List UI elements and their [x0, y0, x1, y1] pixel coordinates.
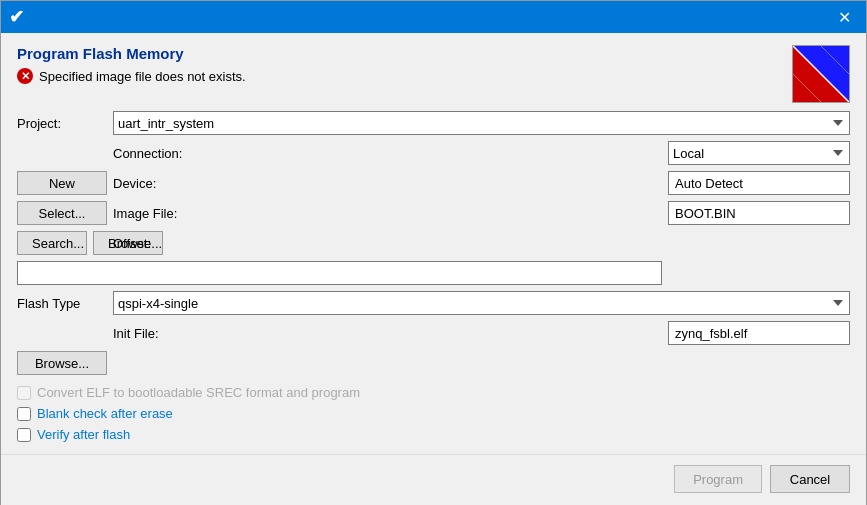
project-label: Project:: [17, 116, 107, 131]
convert-elf-checkbox[interactable]: [17, 386, 31, 400]
browse-init-button[interactable]: Browse...: [17, 351, 107, 375]
checkbox-area: Convert ELF to bootloadable SREC format …: [17, 385, 850, 442]
title-bar-left: ✔: [9, 6, 24, 28]
image-file-label: Image File:: [113, 206, 662, 221]
verify-row: Verify after flash: [17, 427, 850, 442]
error-text: Specified image file does not exists.: [39, 69, 246, 84]
connection-select[interactable]: Local: [668, 141, 850, 165]
title-bar: ✔ ✕: [1, 1, 866, 33]
logo-svg: [793, 46, 849, 102]
cancel-button[interactable]: Cancel: [770, 465, 850, 493]
offset-label: Offset:: [113, 236, 662, 251]
device-input[interactable]: [668, 171, 850, 195]
blank-check-link[interactable]: Blank check after erase: [37, 406, 173, 421]
title-and-error: Program Flash Memory ✕ Specified image f…: [17, 45, 784, 94]
convert-elf-row: Convert ELF to bootloadable SREC format …: [17, 385, 850, 400]
offset-input[interactable]: [17, 261, 662, 285]
blank-check-checkbox[interactable]: [17, 407, 31, 421]
flash-type-label: Flash Type: [17, 296, 107, 311]
blank-check-label: Blank check after erase: [37, 406, 173, 421]
dialog-content: Program Flash Memory ✕ Specified image f…: [1, 33, 866, 454]
error-row: ✕ Specified image file does not exists.: [17, 68, 784, 84]
connection-label: Connection:: [113, 146, 662, 161]
program-flash-dialog: ✔ ✕ Program Flash Memory ✕ Specified ima…: [0, 0, 867, 505]
logo-box: [792, 45, 850, 103]
close-button[interactable]: ✕: [830, 3, 858, 31]
device-label: Device:: [113, 176, 662, 191]
error-icon: ✕: [17, 68, 33, 84]
project-select[interactable]: uart_intr_system: [113, 111, 850, 135]
dialog-title: Program Flash Memory: [17, 45, 784, 62]
search-button[interactable]: Search...: [17, 231, 87, 255]
verify-label: Verify after flash: [37, 427, 130, 442]
app-icon: ✔: [9, 6, 24, 28]
verify-link[interactable]: Verify after flash: [37, 427, 130, 442]
bottom-bar: Program Cancel: [1, 454, 866, 505]
form-area: Project: uart_intr_system Connection: Lo…: [17, 111, 850, 375]
blank-check-row: Blank check after erase: [17, 406, 850, 421]
init-file-label: Init File:: [113, 326, 662, 341]
convert-elf-label: Convert ELF to bootloadable SREC format …: [37, 385, 360, 400]
new-button[interactable]: New: [17, 171, 107, 195]
init-file-input[interactable]: [668, 321, 850, 345]
select-button[interactable]: Select...: [17, 201, 107, 225]
title-area: Program Flash Memory ✕ Specified image f…: [17, 45, 850, 103]
image-file-buttons: Search... Browse...: [17, 231, 107, 255]
verify-checkbox[interactable]: [17, 428, 31, 442]
program-button: Program: [674, 465, 762, 493]
image-file-input[interactable]: [668, 201, 850, 225]
flash-type-select[interactable]: qspi-x4-single: [113, 291, 850, 315]
